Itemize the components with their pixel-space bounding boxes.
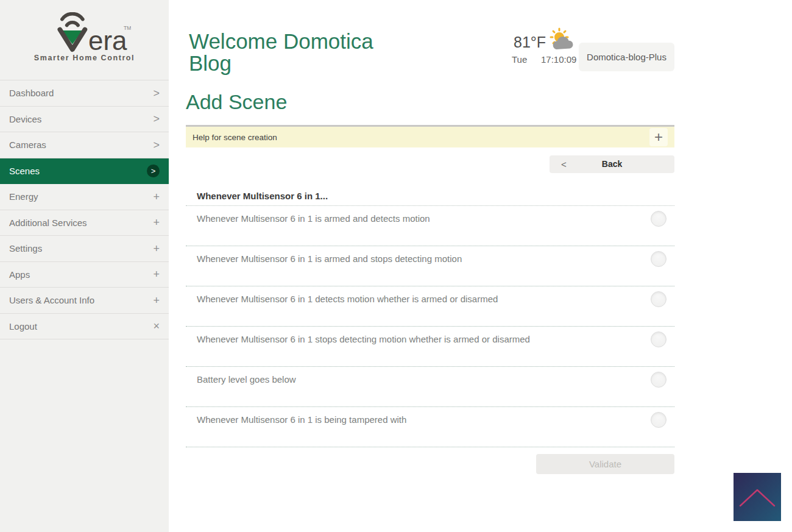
radio-button-icon[interactable] [651, 291, 666, 307]
trigger-option-label: Battery level goes below [197, 374, 296, 385]
sidebar-item-label: Cameras [9, 140, 46, 150]
help-banner-label: Help for scene creation [193, 133, 277, 142]
sidebar-item-label: Settings [9, 243, 42, 254]
plus-icon: + [153, 295, 160, 306]
plus-icon[interactable]: + [649, 128, 668, 146]
sidebar-item[interactable]: Additional Services + [0, 210, 169, 236]
sidebar-menu: Dashboard > Devices > Cameras > Scenes >… [0, 80, 169, 339]
validate-button[interactable]: Validate [536, 454, 674, 474]
sun-cloud-icon [546, 27, 576, 55]
sidebar-item[interactable]: Scenes > [0, 158, 169, 185]
logo-trademark: TM [123, 25, 130, 31]
trigger-option-row[interactable]: Whenever Multisensor 6 in 1 is armed and… [186, 206, 674, 246]
sidebar-item-label: Additional Services [9, 218, 87, 228]
sidebar-item[interactable]: Dashboard > [0, 80, 169, 107]
sidebar: era TM Smarter Home Control Dashboard > … [0, 0, 169, 532]
back-button[interactable]: < Back [550, 155, 674, 173]
sidebar-item-label: Logout [9, 321, 37, 332]
sidebar-item-label: Devices [9, 114, 41, 124]
help-banner: Help for scene creation + [186, 125, 674, 147]
sidebar-item[interactable]: Settings + [0, 236, 169, 262]
trigger-option-label: Whenever Multisensor 6 in 1 is being tam… [197, 414, 406, 425]
welcome-title: Welcome Domotica Blog [189, 30, 399, 74]
sidebar-item[interactable]: Users & Account Info + [0, 288, 169, 314]
main-content: Welcome Domotica Blog 81°F [169, 0, 792, 532]
trigger-option-row[interactable]: Whenever Multisensor 6 in 1 detects moti… [186, 286, 674, 327]
trigger-option-label: Whenever Multisensor 6 in 1 stops detect… [197, 334, 530, 344]
radio-button-icon[interactable] [651, 412, 666, 428]
chevron-right-icon: > [153, 140, 160, 151]
weekday-label: Tue [512, 54, 527, 65]
trigger-list: Whenever Multisensor 6 in 1 is armed and… [186, 205, 674, 447]
sidebar-item[interactable]: Cameras > [0, 132, 169, 158]
trigger-option-row[interactable]: Whenever Multisensor 6 in 1 stops detect… [186, 327, 674, 367]
sidebar-item-label: Apps [9, 269, 30, 280]
sidebar-item-label: Energy [9, 191, 38, 202]
plus-icon: + [153, 191, 160, 202]
sidebar-item-label: Dashboard [9, 88, 54, 98]
logo-tagline: Smarter Home Control [0, 54, 169, 62]
plus-icon: + [153, 269, 160, 280]
sidebar-item[interactable]: Energy + [0, 184, 169, 210]
chevron-up-icon [737, 485, 777, 509]
vera-logo-icon: era TM [38, 12, 131, 53]
sidebar-item[interactable]: Apps + [0, 262, 169, 288]
sidebar-item-label: Scenes [9, 166, 40, 176]
plus-icon: + [153, 243, 160, 254]
radio-button-icon[interactable] [651, 251, 666, 267]
radio-button-icon[interactable] [651, 332, 666, 347]
plus-icon: + [153, 217, 160, 228]
controller-name-chip[interactable]: Domotica-blog-Plus [579, 43, 674, 71]
temperature-value: 81°F [514, 34, 546, 51]
trigger-option-label: Whenever Multisensor 6 in 1 detects moti… [197, 294, 498, 304]
radio-button-icon[interactable] [651, 372, 666, 388]
sidebar-item-label: Users & Account Info [9, 295, 94, 305]
vera-logo: era TM Smarter Home Control [0, 0, 169, 62]
sidebar-item[interactable]: Devices > [0, 107, 169, 133]
sidebar-item[interactable]: Logout × [0, 314, 169, 340]
trigger-option-row[interactable]: Whenever Multisensor 6 in 1 is armed and… [186, 246, 674, 286]
trigger-option-label: Whenever Multisensor 6 in 1 is armed and… [197, 213, 430, 224]
scroll-to-top-button[interactable] [734, 473, 781, 521]
logo-wordmark-text: era [88, 26, 127, 53]
back-button-label: Back [550, 155, 674, 173]
radio-button-icon[interactable] [651, 211, 666, 227]
clock-time: 17:10:09 [541, 54, 576, 65]
chevron-left-icon: < [561, 155, 567, 173]
chevron-right-circle-icon: > [147, 165, 160, 177]
trigger-group-title: Whenever Multisensor 6 in 1... [197, 191, 328, 201]
page-title: Add Scene [186, 90, 287, 114]
weather-widget: 81°F T [510, 27, 589, 67]
chevron-right-icon: > [153, 88, 160, 99]
trigger-option-row[interactable]: Whenever Multisensor 6 in 1 is being tam… [186, 407, 674, 447]
close-icon: × [153, 321, 160, 332]
trigger-option-row[interactable]: Battery level goes below [186, 367, 674, 407]
trigger-option-label: Whenever Multisensor 6 in 1 is armed and… [197, 254, 462, 264]
chevron-right-icon: > [153, 113, 160, 124]
